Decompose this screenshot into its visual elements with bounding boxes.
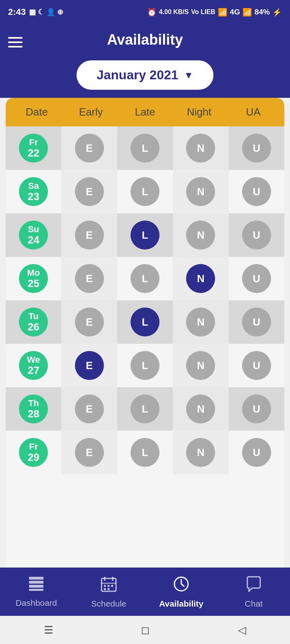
date-cell: Tu26 xyxy=(6,300,61,344)
night-cell: N xyxy=(173,387,228,431)
ua-cell-circle[interactable]: U xyxy=(242,177,271,206)
early-cell-circle[interactable]: E xyxy=(75,177,104,206)
ua-cell: U xyxy=(229,213,284,257)
signal-icon: 📶 xyxy=(218,8,228,17)
table-header: Date Early Late Night UA xyxy=(6,98,284,126)
android-back-btn[interactable]: ◁ xyxy=(238,624,246,636)
ua-cell-circle[interactable]: U xyxy=(242,351,271,380)
svg-line-15 xyxy=(181,584,184,586)
android-home-btn[interactable]: ◻ xyxy=(141,624,150,636)
late-cell-circle[interactable]: L xyxy=(130,351,160,380)
ua-cell-circle[interactable]: U xyxy=(242,221,271,250)
late-cell: L xyxy=(117,387,173,431)
early-cell: E xyxy=(61,387,117,431)
nav-item-availability[interactable]: Availability xyxy=(145,576,218,609)
svg-rect-11 xyxy=(104,588,106,590)
late-cell: L xyxy=(117,126,173,170)
ua-cell-circle[interactable]: U xyxy=(242,394,271,423)
ua-cell-circle[interactable]: U xyxy=(242,308,271,336)
month-dropdown-arrow: ▼ xyxy=(184,70,194,81)
early-cell-circle[interactable]: E xyxy=(75,351,104,380)
ua-cell-circle[interactable]: U xyxy=(242,264,271,293)
early-cell: E xyxy=(61,300,117,344)
night-cell: N xyxy=(173,213,228,257)
month-selector[interactable]: January 2021 ▼ xyxy=(77,60,213,90)
nav-label-dashboard: Dashboard xyxy=(16,598,57,608)
date-circle[interactable]: Tu26 xyxy=(19,308,48,336)
table-row: Tu26ELNU xyxy=(6,300,284,344)
status-bar: 2:43 ▦ ☾ 👤 ⊕ ⏰ 4.00 KB/S Vo LIEB 📶 4G 📶 … xyxy=(0,0,290,24)
ua-cell: U xyxy=(229,257,284,300)
ua-cell: U xyxy=(229,344,284,387)
col-header-ua: UA xyxy=(226,106,280,118)
night-cell-circle[interactable]: N xyxy=(186,134,215,163)
early-cell: E xyxy=(61,213,117,257)
svg-rect-9 xyxy=(108,585,110,587)
nav-item-dashboard[interactable]: Dashboard xyxy=(0,577,72,608)
date-cell: We27 xyxy=(6,344,61,387)
night-cell-circle[interactable]: N xyxy=(186,308,215,336)
night-cell: N xyxy=(173,431,228,474)
date-circle[interactable]: Th28 xyxy=(19,394,48,423)
table-row: Th28ELNU xyxy=(6,387,284,431)
late-cell-circle[interactable]: L xyxy=(130,438,160,467)
early-cell-circle[interactable]: E xyxy=(75,308,104,336)
early-cell: E xyxy=(61,344,117,387)
nav-label-availability: Availability xyxy=(159,599,203,609)
month-selector-container: January 2021 ▼ xyxy=(0,60,290,98)
night-cell-circle[interactable]: N xyxy=(186,264,215,293)
nav-label-schedule: Schedule xyxy=(91,599,126,609)
late-cell-circle[interactable]: L xyxy=(130,221,160,250)
table-row: Fr29ELNU xyxy=(6,431,284,474)
late-cell-circle[interactable]: L xyxy=(130,264,160,293)
nav-item-chat[interactable]: Chat xyxy=(218,576,290,609)
svg-rect-12 xyxy=(108,588,110,590)
early-cell-circle[interactable]: E xyxy=(75,134,104,163)
svg-rect-0 xyxy=(29,577,44,580)
date-circle[interactable]: Fr22 xyxy=(19,134,48,163)
early-cell: E xyxy=(61,170,117,213)
night-cell: N xyxy=(173,126,228,170)
col-header-night: Night xyxy=(172,106,226,118)
late-cell-circle[interactable]: L xyxy=(130,134,160,163)
night-cell-circle[interactable]: N xyxy=(186,177,215,206)
night-cell: N xyxy=(173,300,228,344)
ua-cell-circle[interactable]: U xyxy=(242,438,271,467)
date-cell: Fr22 xyxy=(6,126,61,170)
android-menu-btn[interactable]: ☰ xyxy=(44,624,53,636)
nav-item-schedule[interactable]: Schedule xyxy=(72,576,145,609)
date-cell: Sa23 xyxy=(6,170,61,213)
night-cell-circle[interactable]: N xyxy=(186,394,215,423)
early-cell-circle[interactable]: E xyxy=(75,221,104,250)
date-circle[interactable]: Su24 xyxy=(19,221,48,250)
android-nav-bar: ☰ ◻ ◁ xyxy=(0,616,290,644)
night-cell-circle[interactable]: N xyxy=(186,351,215,380)
table-row: Su24ELNU xyxy=(6,213,284,257)
date-circle[interactable]: We27 xyxy=(19,351,48,380)
svg-rect-1 xyxy=(29,581,44,584)
ua-cell-circle[interactable]: U xyxy=(242,134,271,163)
early-cell-circle[interactable]: E xyxy=(75,438,104,467)
ua-cell: U xyxy=(229,170,284,213)
status-icons: ▦ ☾ 👤 ⊕ xyxy=(29,8,63,17)
night-cell-circle[interactable]: N xyxy=(186,438,215,467)
hamburger-menu[interactable] xyxy=(8,37,23,47)
early-cell-circle[interactable]: E xyxy=(75,394,104,423)
late-cell-circle[interactable]: L xyxy=(130,308,160,336)
status-left: 2:43 ▦ ☾ 👤 ⊕ xyxy=(8,7,63,17)
late-cell-circle[interactable]: L xyxy=(130,177,160,206)
dashboard-icon xyxy=(28,577,44,595)
early-cell-circle[interactable]: E xyxy=(75,264,104,293)
late-cell-circle[interactable]: L xyxy=(130,394,160,423)
date-circle[interactable]: Fr29 xyxy=(19,438,48,467)
date-circle[interactable]: Sa23 xyxy=(19,177,48,206)
night-cell-circle[interactable]: N xyxy=(186,221,215,250)
early-cell: E xyxy=(61,431,117,474)
late-cell: L xyxy=(117,213,173,257)
svg-rect-10 xyxy=(111,585,113,587)
date-circle[interactable]: Mo25 xyxy=(19,264,48,293)
status-time: 2:43 xyxy=(8,7,26,17)
schedule-icon xyxy=(101,576,117,596)
availability-icon xyxy=(173,576,189,596)
early-cell: E xyxy=(61,126,117,170)
